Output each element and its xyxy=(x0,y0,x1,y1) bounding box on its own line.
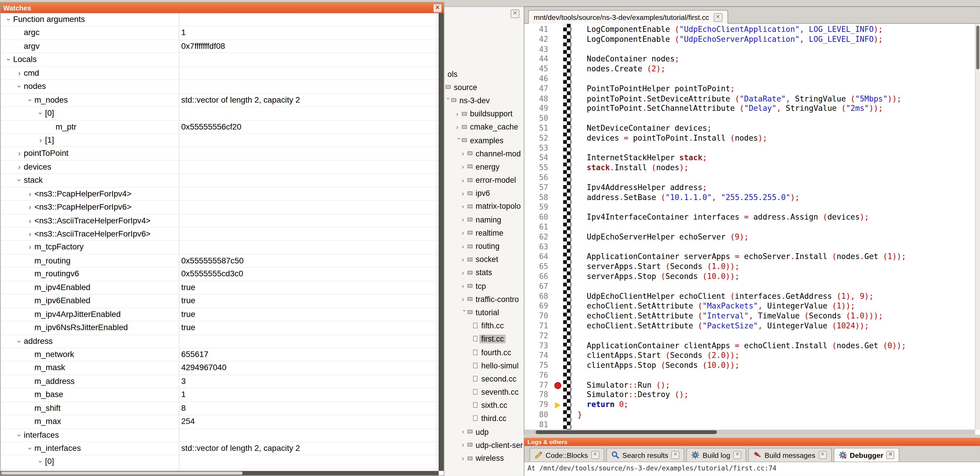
project-tree-item[interactable]: third.cc xyxy=(444,412,524,425)
watch-row[interactable]: ›stack xyxy=(1,174,439,187)
chevron-down-icon[interactable]: › xyxy=(455,138,463,143)
chevron-right-icon[interactable]: › xyxy=(462,163,468,171)
logs-tab-search-results[interactable]: Search results✕ xyxy=(606,448,684,462)
editor-tab-first-cc[interactable]: mnt/dev/tools/source/ns-3-dev/examples/t… xyxy=(528,10,728,24)
watch-row[interactable]: m_shift8 xyxy=(1,402,439,415)
breakpoint-margin[interactable] xyxy=(553,262,563,272)
chevron-down-icon[interactable]: › xyxy=(13,337,26,346)
watch-row[interactable]: m_ipv4Enabledtrue xyxy=(1,281,439,295)
breakpoint-margin[interactable] xyxy=(553,302,563,311)
breakpoint-margin[interactable] xyxy=(553,401,563,411)
breakpoint-margin[interactable] xyxy=(553,222,563,232)
chevron-right-icon[interactable]: › xyxy=(26,228,35,241)
watch-row[interactable]: m_address3 xyxy=(1,375,439,388)
watch-row[interactable]: m_routing0x555555587c50 xyxy=(1,254,439,268)
chevron-right-icon[interactable]: › xyxy=(462,442,468,449)
watch-row[interactable]: ›devices xyxy=(1,161,439,174)
watches-titlebar[interactable]: Watches ✕ xyxy=(1,3,444,13)
resize-grip[interactable] xyxy=(439,471,444,475)
watch-row[interactable]: ›pointToPoint xyxy=(1,147,439,161)
project-tree-item[interactable]: ›channel-mod xyxy=(444,147,524,160)
chevron-right-icon[interactable]: › xyxy=(462,455,468,462)
close-icon[interactable]: ✕ xyxy=(433,3,442,12)
chevron-right-icon[interactable]: › xyxy=(462,270,468,276)
chevron-down-icon[interactable]: › xyxy=(445,98,452,104)
breakpoint-margin[interactable] xyxy=(553,243,563,252)
chevron-right-icon[interactable]: › xyxy=(15,67,24,80)
watch-row[interactable]: ›[1] xyxy=(1,134,439,147)
chevron-down-icon[interactable]: › xyxy=(24,444,37,453)
watch-row[interactable]: m_base1 xyxy=(1,388,439,402)
project-tree-item[interactable]: ›udp xyxy=(444,425,524,439)
chevron-right-icon[interactable]: › xyxy=(462,177,468,184)
breakpoint-margin[interactable] xyxy=(553,114,563,124)
breakpoint-margin[interactable] xyxy=(553,381,563,391)
breakpoint-margin[interactable] xyxy=(553,25,563,35)
breakpoint-icon[interactable] xyxy=(554,382,561,389)
watch-row[interactable]: ›interfaces xyxy=(1,429,439,442)
breakpoint-margin[interactable] xyxy=(553,144,563,153)
watch-row[interactable]: ›first xyxy=(1,469,439,471)
chevron-right-icon[interactable]: › xyxy=(462,230,468,237)
breakpoint-margin[interactable] xyxy=(553,193,563,203)
chevron-right-icon[interactable]: › xyxy=(462,203,468,210)
watch-row[interactable]: m_ptr0x55555556cf20 xyxy=(1,120,439,134)
project-tree-item[interactable]: ›ns-3-dev xyxy=(444,94,524,107)
breakpoint-margin[interactable] xyxy=(553,75,563,85)
project-tree-item[interactable]: ›stats xyxy=(444,266,524,280)
project-tree-item[interactable]: ›socket xyxy=(444,253,524,266)
watches-horizontal-scrollbar[interactable] xyxy=(1,471,439,475)
editor-horizontal-scrollbar[interactable] xyxy=(525,430,975,434)
watch-row[interactable]: m_max254 xyxy=(1,415,439,429)
chevron-right-icon[interactable]: › xyxy=(456,124,462,131)
breakpoint-margin[interactable] xyxy=(553,35,563,45)
watch-row[interactable]: m_ipv4ArpJitterEnabledtrue xyxy=(1,308,439,322)
chevron-down-icon[interactable]: › xyxy=(2,55,15,64)
editor-vertical-scrollbar[interactable] xyxy=(975,24,980,430)
breakpoint-margin[interactable] xyxy=(553,232,563,243)
chevron-down-icon[interactable]: › xyxy=(34,109,47,118)
project-tree-item[interactable]: ›routing xyxy=(444,240,524,253)
breakpoint-margin[interactable] xyxy=(553,84,563,94)
chevron-right-icon[interactable]: › xyxy=(462,256,468,263)
watch-row[interactable]: m_mask4294967040 xyxy=(1,362,439,375)
chevron-right-icon[interactable]: › xyxy=(26,241,35,254)
chevron-right-icon[interactable]: › xyxy=(462,429,468,436)
close-icon[interactable]: ✕ xyxy=(511,10,520,18)
watch-row[interactable]: ›Locals xyxy=(1,53,439,67)
breakpoint-margin[interactable] xyxy=(553,65,563,75)
project-tree-item[interactable]: ›examples xyxy=(444,134,524,147)
scrollbar-thumb[interactable] xyxy=(536,430,717,434)
chevron-down-icon[interactable]: › xyxy=(34,458,47,466)
watch-row[interactable]: m_ipv6Enabledtrue xyxy=(1,295,439,308)
breakpoint-margin[interactable] xyxy=(553,282,563,292)
breakpoint-margin[interactable] xyxy=(553,203,563,213)
watch-row[interactable]: ›m_tcpFactory xyxy=(1,241,439,254)
project-tree-item[interactable]: ›ipv6 xyxy=(444,187,524,200)
project-tree-item[interactable]: ›tcp xyxy=(444,280,524,293)
watch-row[interactable]: argv0x7fffffffdf08 xyxy=(1,40,439,54)
project-tree-item[interactable]: ›traffic-contro xyxy=(444,293,524,306)
logs-tab-debugger[interactable]: Debugger✕ xyxy=(834,448,900,462)
watch-row[interactable]: ›<ns3::AsciiTraceHelperForIpv4> xyxy=(1,214,439,228)
chevron-right-icon[interactable]: › xyxy=(36,134,45,147)
project-tree-item[interactable]: ›matrix-topolo xyxy=(444,200,524,213)
chevron-down-icon[interactable]: › xyxy=(13,82,26,91)
project-tree-item[interactable]: ›wireless xyxy=(444,452,524,465)
breakpoint-margin[interactable] xyxy=(553,213,563,223)
breakpoint-margin[interactable] xyxy=(553,371,563,381)
logs-tab-code-blocks[interactable]: Code::Blocks✕ xyxy=(530,448,604,462)
project-tree-item[interactable]: ›tutorial xyxy=(444,306,524,319)
chevron-right-icon[interactable]: › xyxy=(462,216,468,224)
chevron-right-icon[interactable]: › xyxy=(26,214,35,227)
breakpoint-margin[interactable] xyxy=(553,292,563,302)
project-tree-item[interactable]: ›error-model xyxy=(444,174,524,187)
watches-column-divider[interactable] xyxy=(179,13,180,471)
project-tree-item[interactable]: ›energy xyxy=(444,160,524,173)
project-tree-item[interactable]: fourth.cc xyxy=(444,346,524,359)
watch-row[interactable]: ›nodes xyxy=(1,80,439,94)
logs-tab-build-log[interactable]: Build log✕ xyxy=(686,448,746,462)
project-tree-item[interactable]: ols xyxy=(444,67,524,81)
breakpoint-margin[interactable] xyxy=(553,153,563,163)
project-tree-item[interactable]: seventh.cc xyxy=(444,386,524,399)
